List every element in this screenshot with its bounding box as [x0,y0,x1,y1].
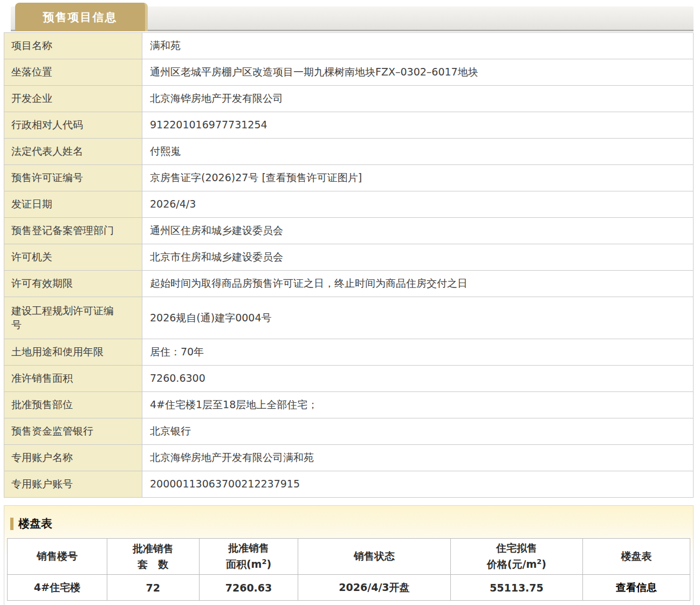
info-label: 准许销售面积 [4,366,142,392]
info-value: 满和苑 [142,33,694,59]
col-header-approved-units: 批准销售 套 数 [107,539,199,575]
info-row: 预售许可证编号 京房售证字(2026)27号 [查看预售许可证图片] [4,165,694,191]
info-row: 许可机关 北京市住房和城乡建设委员会 [4,244,694,271]
info-value: 7260.6300 [142,366,694,392]
info-label: 开发企业 [4,86,142,112]
info-value: 2026/4/3 [142,191,694,218]
info-label: 许可机关 [4,244,142,271]
view-permit-image-link[interactable]: [查看预售许可证图片] [262,171,362,183]
col-header-building-no: 销售楼号 [8,539,107,575]
col-header-building-table-link: 楼盘表 [583,539,690,575]
info-value: 通州区住房和城乡建设委员会 [142,218,694,244]
info-label: 批准预售部位 [4,392,142,418]
info-value: 京房售证字(2026)27号 [查看预售许可证图片] [142,165,694,191]
info-value: 912201016977731254 [142,112,694,139]
info-row: 准许销售面积 7260.6300 [4,366,694,392]
view-info-link[interactable]: 查看信息 [583,575,690,601]
info-label: 专用账户账号 [4,471,142,498]
info-value: 4#住宅楼1层至18层地上全部住宅； [142,392,694,418]
info-value: 居住：70年 [142,339,694,366]
col-header-sale-status: 销售状态 [298,539,450,575]
info-value: 北京市住房和城乡建设委员会 [142,244,694,271]
info-row: 预售登记备案管理部门 通州区住房和城乡建设委员会 [4,218,694,244]
info-row: 批准预售部位 4#住宅楼1层至18层地上全部住宅； [4,392,694,418]
building-table: 销售楼号 批准销售 套 数 批准销售 面积(m2) 销售状态 住宅拟售 价格(元… [7,538,690,601]
info-label: 发证日期 [4,191,142,218]
cell-approved-area: 7260.63 [199,575,298,601]
info-value: 2026规自(通)建字0004号 [142,297,694,339]
header: 预售项目信息 [4,0,694,32]
info-row: 土地用途和使用年限 居住：70年 [4,339,694,366]
info-row: 发证日期 2026/4/3 [4,191,694,218]
info-value: 起始时间为取得商品房预售许可证之日，终止时间为商品住房交付之日 [142,271,694,297]
info-label: 许可有效期限 [4,271,142,297]
info-row: 专用账户名称 北京海铧房地产开发有限公司满和苑 [4,445,694,471]
info-label: 预售资金监管银行 [4,418,142,445]
info-label: 专用账户名称 [4,445,142,471]
info-row: 许可有效期限 起始时间为取得商品房预售许可证之日，终止时间为商品住房交付之日 [4,271,694,297]
info-label: 建设工程规划许可证编 号 [4,297,142,339]
info-label: 坐落位置 [4,59,142,86]
info-row: 开发企业 北京海铧房地产开发有限公司 [4,86,694,112]
page-content: 预售项目信息 项目名称 满和苑 坐落位置 通州区老城平房棚户区改造项目一期九棵树… [4,0,694,605]
section-title: 楼盘表 [10,516,690,531]
info-value: 北京海铧房地产开发有限公司 [142,86,694,112]
info-value: 北京银行 [142,418,694,445]
info-label: 预售登记备案管理部门 [4,218,142,244]
info-row: 建设工程规划许可证编 号 2026规自(通)建字0004号 [4,297,694,339]
info-label: 土地用途和使用年限 [4,339,142,366]
info-row: 行政相对人代码 912201016977731254 [4,112,694,139]
cell-approved-units: 72 [107,575,199,601]
info-row: 专用账户账号 20000113063700212237915 [4,471,694,498]
gold-accent-bar [10,518,13,530]
tab-presale-project-info[interactable]: 预售项目信息 [15,3,148,31]
cell-sale-status: 2026/4/3开盘 [298,575,450,601]
col-header-proposed-price: 住宅拟售 价格(元/m2) [450,539,583,575]
info-value: 北京海铧房地产开发有限公司满和苑 [142,445,694,471]
permit-number-text: 京房售证字(2026)27号 [150,171,262,183]
info-row: 项目名称 满和苑 [4,33,694,59]
info-label: 法定代表人姓名 [4,139,142,165]
presale-info-table: 项目名称 满和苑 坐落位置 通州区老城平房棚户区改造项目一期九棵树南地块FZX–… [4,32,694,498]
building-table-header-row: 销售楼号 批准销售 套 数 批准销售 面积(m2) 销售状态 住宅拟售 价格(元… [8,539,690,575]
info-value: 20000113063700212237915 [142,471,694,498]
cell-building-no: 4#住宅楼 [8,575,107,601]
col-header-approved-area: 批准销售 面积(m2) [199,539,298,575]
info-row: 预售资金监管银行 北京银行 [4,418,694,445]
building-table-section: 楼盘表 销售楼号 批准销售 套 数 批准销售 面积(m2) [4,505,694,605]
cell-proposed-price: 55113.75 [450,575,583,601]
info-label: 预售许可证编号 [4,165,142,191]
section-title-text: 楼盘表 [18,516,52,531]
building-table-row: 4#住宅楼 72 7260.63 2026/4/3开盘 55113.75 查看信… [8,575,690,601]
info-label: 行政相对人代码 [4,112,142,139]
info-value: 付熙嵬 [142,139,694,165]
info-label: 项目名称 [4,33,142,59]
info-row: 坐落位置 通州区老城平房棚户区改造项目一期九棵树南地块FZX–0302–6017… [4,59,694,86]
info-row: 法定代表人姓名 付熙嵬 [4,139,694,165]
info-value: 通州区老城平房棚户区改造项目一期九棵树南地块FZX–0302–6017地块 [142,59,694,86]
